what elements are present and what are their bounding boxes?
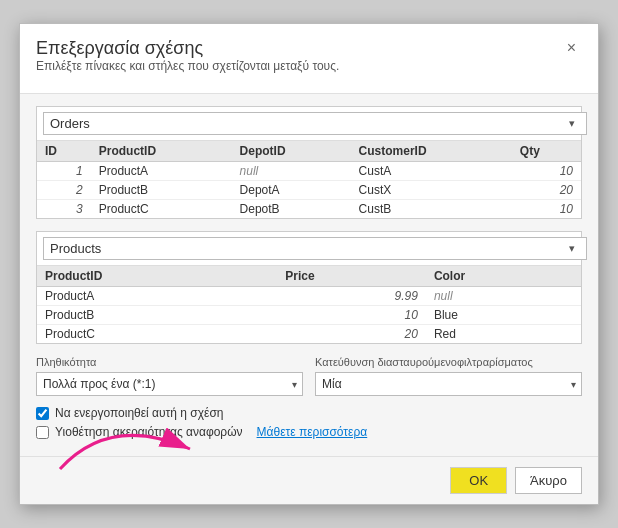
cell-qty: 10 xyxy=(512,162,581,181)
cell-depotid: null xyxy=(232,162,351,181)
cell-productid: ProductB xyxy=(37,306,277,325)
activate-checkbox-row: Να ενεργοποιηθεί αυτή η σχέση xyxy=(36,406,582,420)
table2-dropdown[interactable]: Products xyxy=(43,237,587,260)
table1-dropdown-row: Orders ▾ xyxy=(37,107,581,141)
activate-label: Να ενεργοποιηθεί αυτή η σχέση xyxy=(55,406,224,420)
table2-data-table: ProductID Price Color ProductA9.99nullPr… xyxy=(37,266,581,343)
dialog-footer: OK Άκυρο xyxy=(20,456,598,504)
table2-col-productid: ProductID xyxy=(37,266,277,287)
bottom-section: Πληθικότητα Πολλά προς ένα (*:1) ▾ Κατεύ… xyxy=(36,356,582,396)
dialog-body: Orders ▾ ID ProductID DepotID CustomerID… xyxy=(20,94,598,456)
cell-color: null xyxy=(426,287,581,306)
cell-productid: ProductA xyxy=(91,162,232,181)
dialog-header: Επεξεργασία σχέσης Επιλέξτε πίνακες και … xyxy=(20,24,598,94)
cell-id: 2 xyxy=(37,181,91,200)
table-row: ProductB10Blue xyxy=(37,306,581,325)
cell-color: Blue xyxy=(426,306,581,325)
cell-productid: ProductC xyxy=(37,325,277,344)
cell-id: 1 xyxy=(37,162,91,181)
cell-price: 20 xyxy=(277,325,426,344)
integrity-label: Υιοθέτηση ακεραιότητας αναφορών xyxy=(55,425,243,439)
integrity-checkbox-row: Υιοθέτηση ακεραιότητας αναφορών Μάθετε π… xyxy=(36,425,582,439)
learn-more-link[interactable]: Μάθετε περισσότερα xyxy=(257,425,368,439)
cell-productid: ProductC xyxy=(91,200,232,219)
table-row: ProductC20Red xyxy=(37,325,581,344)
dialog-subtitle: Επιλέξτε πίνακες και στήλες που σχετίζον… xyxy=(36,59,339,73)
table2-col-color: Color xyxy=(426,266,581,287)
cross-filter-select-wrap: Μία ▾ xyxy=(315,372,582,396)
cell-price: 10 xyxy=(277,306,426,325)
cell-id: 3 xyxy=(37,200,91,219)
table-row: 1ProductAnullCustA10 xyxy=(37,162,581,181)
cell-color: Red xyxy=(426,325,581,344)
cardinality-select[interactable]: Πολλά προς ένα (*:1) xyxy=(36,372,303,396)
table2-dropdown-row: Products ▾ xyxy=(37,232,581,266)
table-row: ProductA9.99null xyxy=(37,287,581,306)
table2-header-row: ProductID Price Color xyxy=(37,266,581,287)
edit-relationship-dialog: Επεξεργασία σχέσης Επιλέξτε πίνακες και … xyxy=(19,23,599,505)
table1-dropdown[interactable]: Orders xyxy=(43,112,587,135)
table1-col-id: ID xyxy=(37,141,91,162)
integrity-checkbox[interactable] xyxy=(36,426,49,439)
table2-col-price: Price xyxy=(277,266,426,287)
close-button[interactable]: × xyxy=(561,38,582,58)
cell-customerid: CustB xyxy=(351,200,512,219)
cross-filter-select[interactable]: Μία xyxy=(315,372,582,396)
cell-customerid: CustA xyxy=(351,162,512,181)
table1-col-depotid: DepotID xyxy=(232,141,351,162)
table1-col-qty: Qty xyxy=(512,141,581,162)
cell-qty: 10 xyxy=(512,200,581,219)
table1-col-productid: ProductID xyxy=(91,141,232,162)
cardinality-group: Πληθικότητα Πολλά προς ένα (*:1) ▾ xyxy=(36,356,303,396)
activate-checkbox[interactable] xyxy=(36,407,49,420)
table2-section: Products ▾ ProductID Price Color Product… xyxy=(36,231,582,344)
cell-productid: ProductA xyxy=(37,287,277,306)
table1-header-row: ID ProductID DepotID CustomerID Qty xyxy=(37,141,581,162)
cancel-button[interactable]: Άκυρο xyxy=(515,467,582,494)
cell-depotid: DepotA xyxy=(232,181,351,200)
table-row: 2ProductBDepotACustX20 xyxy=(37,181,581,200)
table1-col-customerid: CustomerID xyxy=(351,141,512,162)
ok-button[interactable]: OK xyxy=(450,467,507,494)
table1-data-table: ID ProductID DepotID CustomerID Qty 1Pro… xyxy=(37,141,581,218)
cell-customerid: CustX xyxy=(351,181,512,200)
cross-filter-group: Κατεύθυνση διασταυρούμενοφιλτραρίσματος … xyxy=(315,356,582,396)
cardinality-label: Πληθικότητα xyxy=(36,356,303,368)
cell-depotid: DepotB xyxy=(232,200,351,219)
table-row: 3ProductCDepotBCustB10 xyxy=(37,200,581,219)
cardinality-select-wrap: Πολλά προς ένα (*:1) ▾ xyxy=(36,372,303,396)
dialog-title: Επεξεργασία σχέσης xyxy=(36,38,339,59)
table1-section: Orders ▾ ID ProductID DepotID CustomerID… xyxy=(36,106,582,219)
cross-filter-label: Κατεύθυνση διασταυρούμενοφιλτραρίσματος xyxy=(315,356,582,368)
cell-qty: 20 xyxy=(512,181,581,200)
cell-price: 9.99 xyxy=(277,287,426,306)
cell-productid: ProductB xyxy=(91,181,232,200)
